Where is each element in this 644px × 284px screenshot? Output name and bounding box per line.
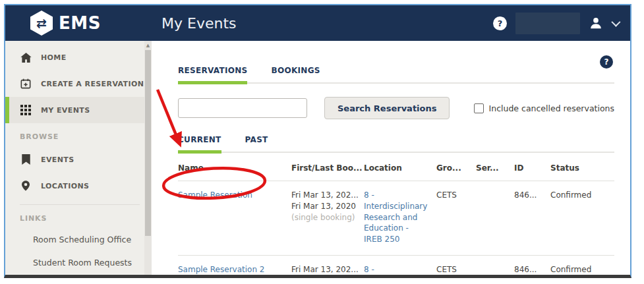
table-row: Sample Reservation 2 Fri Mar 13, 202... … (178, 256, 614, 275)
header-help-icon[interactable]: ? (493, 16, 507, 30)
scroll-up-button[interactable]: ▲ (144, 41, 152, 49)
sidebar-link-room-scheduling-office[interactable]: Room Scheduling Office (5, 228, 152, 251)
id-cell: 846... (514, 190, 550, 201)
search-reservations-button[interactable]: Search Reservations (324, 97, 450, 119)
group-cell: CETS (436, 264, 476, 275)
sidebar-item-events[interactable]: EVENTS (5, 146, 152, 173)
browse-section-label: BROWSE (5, 123, 152, 146)
current-past-tabs: CURRENT PAST (178, 135, 614, 153)
links-section-label: LINKS (5, 205, 152, 228)
sidebar-item-label: LOCATIONS (41, 182, 89, 190)
top-bar-right: ? (493, 13, 618, 34)
chevron-down-icon[interactable] (611, 18, 620, 27)
column-header-services[interactable]: Ser... (476, 163, 514, 173)
sidebar-item-label: HOME (41, 53, 67, 62)
sidebar-item-label: MY EVENTS (41, 106, 90, 115)
sidebar-item-label: CREATE A RESERVATION (41, 80, 144, 88)
reservations-bookings-tabs: RESERVATIONS BOOKINGS (178, 66, 614, 84)
grid-icon (20, 105, 32, 115)
main-content: ? RESERVATIONS BOOKINGS Search Reservati… (152, 41, 630, 275)
sidebar-item-locations[interactable]: LOCATIONS (5, 173, 152, 199)
tab-current[interactable]: CURRENT (178, 135, 221, 152)
location-link[interactable]: 8 - Interdisciplinary Research and Educa… (364, 190, 427, 244)
sidebar: HOME CREATE A RESERVATION (5, 41, 152, 275)
home-icon (20, 53, 32, 63)
table-row: Sample Reseration Fri Mar 13, 202... Fri… (178, 181, 614, 256)
search-row: Search Reservations Include cancelled re… (178, 97, 614, 119)
swap-arrows-logo-icon: ⇄ (30, 11, 53, 36)
column-header-first-last-booking[interactable]: First/Last Boo... (291, 163, 364, 173)
id-cell: 846... (514, 264, 550, 275)
app-window: ⇄ EMS My Events ? HO (4, 4, 631, 278)
include-cancelled-label: Include cancelled reservations (489, 103, 614, 113)
status-cell: Confirmed (550, 190, 614, 201)
sidebar-item-create-reservation[interactable]: CREATE A RESERVATION (5, 71, 152, 97)
sidebar-scrollbar[interactable]: ▲ (144, 41, 152, 275)
search-input[interactable] (178, 98, 307, 118)
sidebar-link-guidelines-and-forms[interactable]: Guidelines and Forms (5, 274, 152, 278)
column-header-group[interactable]: Gro... (436, 163, 476, 173)
column-header-location[interactable]: Location (364, 163, 436, 173)
booking-dates-cell: Fri Mar 13, 202... Fri Mar 13, 2020 (sin… (291, 264, 364, 275)
column-header-id[interactable]: ID (514, 163, 550, 173)
sidebar-link-student-room-requests[interactable]: Student Room Requests (5, 251, 152, 274)
screenshot-stage: ⇄ EMS My Events ? HO (0, 0, 644, 284)
scrollbar-thumb[interactable] (145, 50, 151, 236)
status-cell: Confirmed (550, 264, 614, 275)
content-help-icon[interactable]: ? (600, 55, 613, 69)
tab-past[interactable]: PAST (245, 135, 268, 152)
ems-logo[interactable]: ⇄ EMS (30, 11, 101, 36)
checkbox-icon (474, 103, 484, 113)
sidebar-item-my-events[interactable]: MY EVENTS (5, 97, 152, 123)
column-header-status[interactable]: Status (550, 163, 614, 173)
location-link[interactable]: 8 - Interdisciplinary Research and Educa… (364, 265, 427, 275)
calendar-plus-icon (20, 78, 32, 89)
booking-note: (single booking) (291, 212, 364, 223)
table-header-row: Name First/Last Boo... Location Gro... S… (178, 163, 614, 181)
ems-logo-text: EMS (59, 13, 101, 33)
page-title: My Events (161, 15, 236, 32)
top-bar: ⇄ EMS My Events ? (5, 5, 630, 41)
reservation-name-link[interactable]: Sample Reservation 2 (178, 265, 264, 274)
map-pin-icon (20, 181, 32, 191)
sidebar-item-home[interactable]: HOME (5, 45, 152, 71)
person-icon[interactable] (589, 16, 603, 30)
group-cell: CETS (436, 190, 476, 201)
sidebar-item-label: EVENTS (41, 156, 74, 164)
reservation-name-link[interactable]: Sample Reseration (178, 190, 252, 200)
bookmark-icon (20, 154, 32, 165)
include-cancelled-checkbox[interactable]: Include cancelled reservations (474, 103, 614, 113)
booking-dates-cell: Fri Mar 13, 202... Fri Mar 13, 2020 (sin… (291, 190, 364, 223)
tab-reservations[interactable]: RESERVATIONS (178, 66, 247, 82)
column-header-name[interactable]: Name (178, 163, 291, 173)
username-redacted (515, 13, 580, 34)
tab-bookings[interactable]: BOOKINGS (271, 66, 320, 82)
